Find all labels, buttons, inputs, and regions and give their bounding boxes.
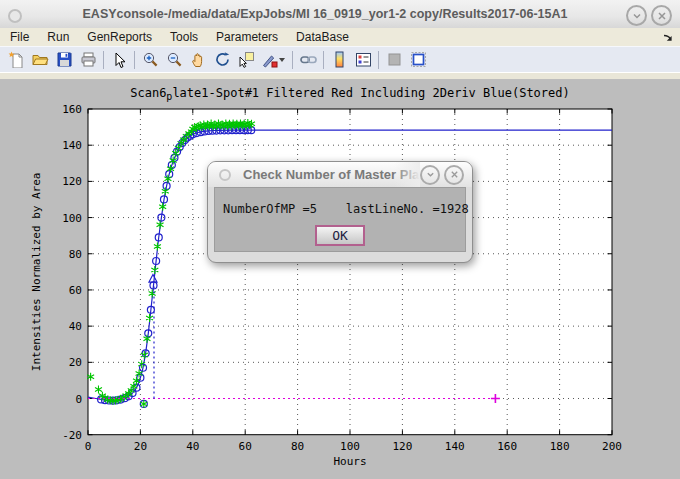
window-close-button[interactable]: [651, 5, 672, 26]
dialog-title: Check Number of Master Pla: [243, 162, 420, 187]
rotate-icon: [214, 51, 231, 68]
new-file-button[interactable]: [4, 49, 28, 71]
check-master-plates-dialog: Check Number of Master Pla NumberOfMP =5…: [207, 161, 473, 263]
printer-icon: [80, 51, 97, 68]
menu-tools[interactable]: Tools: [161, 28, 207, 46]
menu-database[interactable]: DataBase: [287, 28, 358, 46]
dock-arrow-icon[interactable]: [662, 31, 674, 43]
x-tick-label: 80: [291, 440, 304, 453]
open-folder-icon: [32, 51, 49, 68]
window-titlebar[interactable]: EASYconsole-/media/data/ExpJobs/MI 16_09…: [0, 0, 680, 29]
link-icon: [300, 51, 317, 68]
toolbar-separator: [292, 51, 293, 69]
x-tick-label: 20: [134, 440, 147, 453]
toolbar-separator: [378, 51, 379, 69]
x-tick-label: 160: [497, 440, 517, 453]
dialog-menu-icon[interactable]: [219, 169, 231, 181]
toolbar-separator: [103, 51, 104, 69]
data-cursor-button[interactable]: [234, 49, 258, 71]
x-tick-label: 40: [186, 440, 199, 453]
open-file-button[interactable]: [28, 49, 52, 71]
hide-plot-tools-icon: [386, 51, 403, 68]
close-icon: [657, 11, 667, 21]
save-button[interactable]: [52, 49, 76, 71]
figure-area: 020406080100120140160180200-200204060801…: [0, 79, 680, 479]
y-tick-label: 40: [69, 320, 82, 333]
hide-plot-tools-button[interactable]: [382, 49, 406, 71]
floppy-disk-icon: [56, 51, 73, 68]
y-axis-label: Intensities Normalized by Area: [30, 173, 43, 372]
dialog-minimize-button[interactable]: [420, 165, 440, 185]
toolbar-bottom-strip: [0, 72, 680, 79]
colorbar-button[interactable]: [327, 49, 351, 71]
x-tick-label: 180: [550, 440, 570, 453]
pan-tool-button[interactable]: [186, 49, 210, 71]
x-tick-label: 200: [602, 440, 622, 453]
data-cursor-icon: [238, 51, 255, 68]
zoom-out-icon: [166, 51, 183, 68]
menu-genreports[interactable]: GenReports: [78, 28, 161, 46]
y-tick-label: 80: [69, 248, 82, 261]
y-tick-label: 100: [62, 212, 82, 225]
y-tick-label: 160: [62, 103, 82, 116]
y-tick-label: -20: [62, 429, 82, 442]
x-tick-label: 60: [239, 440, 252, 453]
y-tick-label: 20: [69, 356, 82, 369]
window-minimize-button[interactable]: [626, 5, 647, 26]
y-tick-label: 120: [62, 175, 82, 188]
dock-figure-button[interactable]: [406, 49, 430, 71]
dialog-message: NumberOfMP =5 lastLineNo. =1928: [223, 202, 469, 216]
chevron-down-icon: [426, 170, 435, 179]
y-tick-label: 60: [69, 284, 82, 297]
legend-icon: [355, 51, 372, 68]
close-icon: [450, 170, 459, 179]
dialog-titlebar[interactable]: Check Number of Master Pla: [208, 162, 472, 187]
toolbar: [0, 46, 680, 72]
x-tick-label: 120: [392, 440, 412, 453]
brush-button[interactable]: [258, 49, 289, 71]
y-tick-label: 0: [75, 393, 82, 406]
zoom-out-button[interactable]: [162, 49, 186, 71]
cursor-arrow-icon: [112, 52, 127, 68]
dock-figure-icon: [410, 51, 427, 68]
y-tick-label: 140: [62, 139, 82, 152]
x-tick-label: 0: [85, 440, 92, 453]
toolbar-separator: [134, 51, 135, 69]
brush-dropdown-icon[interactable]: [279, 58, 285, 62]
x-axis-label: Hours: [333, 455, 366, 468]
plot-title: Scan6plate1-Spot#1 Filtered Red Includin…: [88, 86, 612, 102]
menu-parameters[interactable]: Parameters: [207, 28, 287, 46]
x-tick-label: 140: [445, 440, 465, 453]
rotate-3d-button[interactable]: [210, 49, 234, 71]
plot-area: [88, 109, 612, 435]
dialog-close-button[interactable]: [444, 165, 464, 185]
zoom-in-icon: [142, 51, 159, 68]
colorbar-icon: [331, 51, 348, 68]
hand-icon: [190, 51, 207, 68]
legend-button[interactable]: [351, 49, 375, 71]
toolbar-separator: [323, 51, 324, 69]
window-title: EASYconsole-/media/data/ExpJobs/MI 16_09…: [40, 0, 610, 28]
menu-bar: File Run GenReports Tools Parameters Dat…: [0, 28, 680, 46]
print-button[interactable]: [76, 49, 100, 71]
application-window: EASYconsole-/media/data/ExpJobs/MI 16_09…: [0, 0, 680, 479]
dialog-body: NumberOfMP =5 lastLineNo. =1928 OK: [214, 187, 466, 252]
dialog-title-wrap: Check Number of Master Pla: [243, 162, 420, 187]
brush-icon: [261, 51, 278, 68]
plot-canvas[interactable]: 020406080100120140160180200-200204060801…: [0, 79, 680, 479]
link-plot-button[interactable]: [296, 49, 320, 71]
pointer-tool-button[interactable]: [107, 49, 131, 71]
zoom-in-button[interactable]: [138, 49, 162, 71]
menu-file[interactable]: File: [0, 28, 38, 46]
chevron-down-icon: [632, 11, 642, 21]
menu-run[interactable]: Run: [38, 28, 78, 46]
new-file-icon: [8, 51, 25, 68]
window-menu-icon[interactable]: [8, 9, 22, 23]
ok-button[interactable]: OK: [315, 225, 365, 246]
x-tick-label: 100: [340, 440, 360, 453]
